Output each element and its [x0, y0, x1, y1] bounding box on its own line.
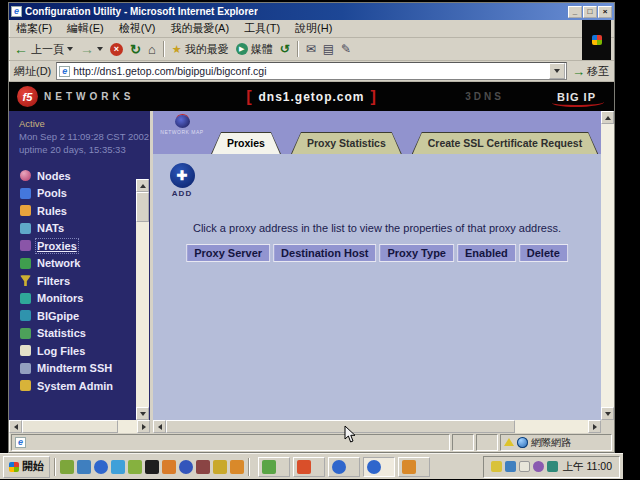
forward-button[interactable] — [80, 41, 103, 57]
menu-item[interactable]: 我的最愛(A) — [170, 21, 229, 36]
instruction-text: Click a proxy address in the list to vie… — [153, 222, 601, 234]
table-header-cell[interactable]: Proxy Server — [186, 244, 270, 262]
close-button[interactable]: × — [598, 6, 612, 18]
back-label: 上一頁 — [31, 42, 64, 57]
quick-launch-icon[interactable] — [179, 460, 193, 474]
content-vertical-scrollbar[interactable] — [601, 111, 614, 433]
taskbar-window-button[interactable] — [293, 457, 325, 477]
taskbar-window-button[interactable] — [398, 457, 430, 477]
scroll-left-button[interactable] — [9, 420, 22, 433]
back-button[interactable]: 上一頁 — [14, 41, 73, 57]
history-button[interactable] — [280, 42, 290, 56]
scroll-up-button[interactable] — [136, 179, 149, 192]
tab[interactable]: Proxies — [211, 132, 281, 154]
quick-launch-icon[interactable] — [145, 460, 159, 474]
edit-button[interactable] — [341, 42, 351, 56]
quick-launch-icon[interactable] — [162, 460, 176, 474]
add-icon — [170, 163, 195, 188]
internet-zone-icon — [517, 437, 528, 448]
go-button[interactable]: 移至 — [572, 64, 609, 79]
sidebar-item-label: Nodes — [37, 170, 71, 182]
forward-dropdown-icon[interactable] — [97, 47, 103, 54]
scroll-thumb[interactable] — [136, 192, 149, 222]
minimize-button[interactable]: _ — [568, 6, 582, 18]
address-dropdown-button[interactable] — [549, 63, 565, 79]
quick-launch-icon[interactable] — [213, 460, 227, 474]
table-header-cell[interactable]: Proxy Type — [379, 244, 454, 262]
hostname-title: dns1.getop.com — [246, 88, 377, 106]
favorites-button[interactable]: 我的最愛 — [172, 42, 229, 57]
add-proxy-button[interactable]: ADD — [166, 163, 198, 198]
table-header-cell[interactable]: Destination Host — [273, 244, 376, 262]
sidebar-vertical-scrollbar[interactable] — [136, 179, 149, 420]
menu-item[interactable]: 說明(H) — [295, 21, 332, 36]
tabs: Proxies Proxy Statistics Create SSL Cert… — [211, 132, 601, 154]
sidebar-item[interactable]: Pools — [20, 185, 150, 203]
scroll-down-button[interactable] — [601, 407, 614, 420]
address-input[interactable]: http://dns1.getop.com/bigipgui/bigconf.c… — [56, 62, 567, 80]
sidebar-item[interactable]: Mindterm SSH — [20, 360, 150, 378]
quick-launch-icon[interactable] — [196, 460, 210, 474]
print-button[interactable] — [323, 42, 334, 56]
scroll-thumb[interactable] — [166, 420, 515, 433]
menu-item[interactable]: 檔案(F) — [16, 21, 52, 36]
sidebar-item[interactable]: Log Files — [20, 342, 150, 360]
menu-item[interactable]: 編輯(E) — [67, 21, 104, 36]
tray-icon[interactable] — [505, 461, 516, 472]
refresh-button[interactable] — [130, 42, 141, 57]
quick-launch-icon[interactable] — [60, 460, 74, 474]
sidebar-item-label: Monitors — [37, 292, 83, 304]
tray-icon[interactable] — [547, 461, 558, 472]
media-button[interactable]: 媒體 — [236, 42, 273, 57]
home-button[interactable] — [148, 42, 156, 57]
scroll-right-button[interactable] — [588, 420, 601, 433]
sidebar-horizontal-scrollbar[interactable] — [9, 420, 150, 433]
tray-icon[interactable] — [491, 461, 502, 472]
menu-item[interactable]: 檢視(V) — [119, 21, 156, 36]
internet-zone-label: 網際網路 — [531, 436, 571, 450]
tray-icon[interactable] — [533, 461, 544, 472]
sidebar-item[interactable]: System Admin — [20, 377, 150, 395]
table-header-cell[interactable]: Enabled — [457, 244, 516, 262]
scroll-thumb[interactable] — [22, 420, 118, 433]
scroll-right-button[interactable] — [137, 420, 150, 433]
scroll-left-button[interactable] — [153, 420, 166, 433]
scroll-track[interactable] — [601, 124, 614, 407]
sidebar-item[interactable]: Rules — [20, 202, 150, 220]
sidebar-item-label: Log Files — [37, 345, 85, 357]
quick-launch-icon[interactable] — [128, 460, 142, 474]
sidebar-item[interactable]: Monitors — [20, 290, 150, 308]
table-header-cell[interactable]: Delete — [519, 244, 568, 262]
quick-launch-icon[interactable] — [94, 460, 108, 474]
taskbar-window-button[interactable] — [258, 457, 290, 477]
scrollbar-corner — [601, 420, 614, 433]
maximize-button[interactable]: □ — [583, 6, 597, 18]
quick-launch-icon[interactable] — [77, 460, 91, 474]
taskbar-window-button[interactable] — [328, 457, 360, 477]
quick-launch-icon[interactable] — [230, 460, 244, 474]
network-map-icon — [175, 115, 190, 128]
start-button[interactable]: 開始 — [3, 456, 50, 478]
tab[interactable]: Proxy Statistics — [291, 132, 402, 154]
stop-button[interactable] — [110, 43, 123, 56]
sidebar-item[interactable]: Statistics — [20, 325, 150, 343]
mail-button[interactable] — [306, 42, 316, 56]
tray-icon[interactable] — [519, 461, 530, 472]
ie-page-icon — [59, 66, 70, 77]
scroll-up-button[interactable] — [601, 111, 614, 124]
sidebar-item[interactable]: NATs — [20, 220, 150, 238]
network-map-button[interactable]: NETWORK MAP — [158, 115, 206, 135]
menu-item[interactable]: 工具(T) — [244, 21, 280, 36]
sidebar-item[interactable]: BIGpipe — [20, 307, 150, 325]
content-horizontal-scrollbar[interactable] — [153, 420, 601, 433]
scroll-down-button[interactable] — [136, 407, 149, 420]
sidebar-item[interactable]: Network — [20, 255, 150, 273]
sidebar-item[interactable]: Filters — [20, 272, 150, 290]
sidebar-item[interactable]: Nodes — [20, 167, 150, 185]
taskbar-window-button[interactable] — [363, 457, 395, 477]
tab[interactable]: Create SSL Certificate Request — [412, 132, 598, 154]
quick-launch-icon[interactable] — [111, 460, 125, 474]
sidebar-item[interactable]: Proxies — [20, 237, 150, 255]
system-uptime: uptime 20 days, 15:35:33 — [19, 143, 150, 156]
back-dropdown-icon[interactable] — [67, 47, 73, 54]
